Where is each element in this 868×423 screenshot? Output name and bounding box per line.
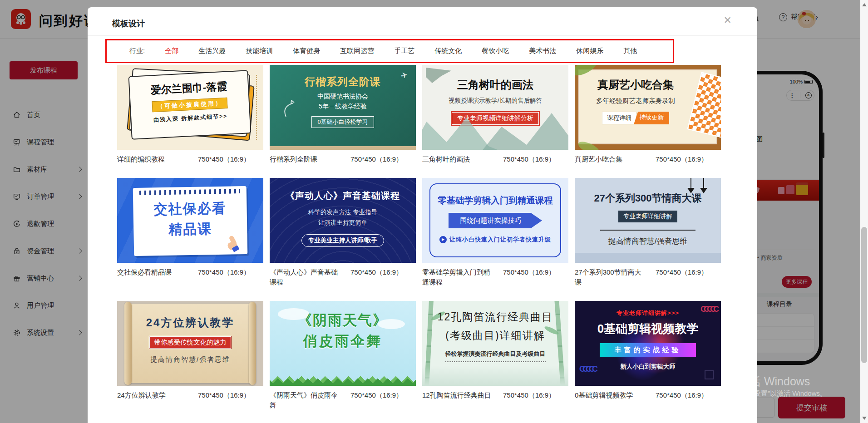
decor-divider xyxy=(600,230,695,231)
banner-title: 《声动人心》声音基础课程 xyxy=(270,190,416,202)
template-size: 750*450（16:9） xyxy=(198,267,250,277)
template-size: 750*450（16:9） xyxy=(503,154,555,164)
banner-badge: 课程详细 xyxy=(602,112,636,124)
template-thumbnail[interactable]: 爱尔兰围巾-落霞 （可做小披肩使用） 由浅入深 拆解款式细节>> xyxy=(117,65,263,150)
template-name: 详细的编织教程 xyxy=(117,154,189,164)
decor-band xyxy=(575,253,721,263)
template-grid: 爱尔兰围巾-落霞 （可做小披肩使用） 由浅入深 拆解款式细节>> 详细的编织教程… xyxy=(117,65,728,410)
filter-option[interactable]: 互联网运营 xyxy=(340,47,374,55)
banner-panel: 真厨艺小吃合集 多年经验厨艺老师亲身录制 课程详细 持续更新 xyxy=(575,65,696,150)
pointing-hand-icon xyxy=(226,236,240,251)
banner-badge: 带你感受传统文化的魅力 xyxy=(149,336,232,349)
scroll-down-arrow[interactable] xyxy=(862,417,867,420)
filter-option-all[interactable]: 全部 xyxy=(165,47,178,55)
template-name: 《阴雨天气》俏皮雨伞舞 xyxy=(270,390,341,410)
banner-line: 提高情商智慧/强者思维 xyxy=(117,355,263,364)
banner-line: 轻松掌握演奏流行经典曲目及考级曲目 xyxy=(445,350,546,362)
template-card: 24方位辨认教学 带你感受传统文化的魅力 提高情商智慧/强者思维 24方位辨认教… xyxy=(117,301,263,410)
template-card: 12孔陶笛流行经典曲目 (考级曲目)详细讲解 轻松掌握演奏流行经典曲目及考级曲目… xyxy=(422,301,568,410)
template-card: CCCCC CCCCC 专业老师详细讲解>>> 0基础剪辑视频教学 丰富的实战经… xyxy=(575,301,721,410)
template-card: 真厨艺小吃合集 多年经验厨艺老师亲身录制 课程详细 持续更新 真厨艺小吃合集75… xyxy=(575,65,721,164)
grass-decoration xyxy=(270,370,416,386)
filter-option[interactable]: 美术书法 xyxy=(529,47,556,55)
screen: 问到好课 ? 帮助中心 发布课程 首页 xyxy=(0,0,868,423)
filter-label: 行业: xyxy=(129,47,145,55)
template-size: 750*450（16:9） xyxy=(350,267,403,277)
filter-option[interactable]: 餐饮小吃 xyxy=(482,47,509,55)
template-size: 750*450（16:9） xyxy=(198,154,250,164)
filter-option[interactable]: 其他 xyxy=(623,47,637,55)
template-thumbnail[interactable]: 24方位辨认教学 带你感受传统文化的魅力 提高情商智慧/强者思维 xyxy=(117,301,263,386)
template-card: 27个系列300节情商大课 专业老师详细讲解 提高情商智慧/强者思维 27个系列… xyxy=(575,178,721,287)
template-card: 零基础学剪辑入门到精通课程 围绕问题讲实操技巧 ▶ 让纯小白快速入门让初学者快速… xyxy=(422,178,568,287)
banner-title: 真厨艺小吃合集 xyxy=(575,78,696,92)
banner-title: 《阴雨天气》 xyxy=(270,311,416,330)
modal-title: 模板设计 xyxy=(112,18,145,29)
template-thumbnail[interactable]: 零基础学剪辑入门到精通课程 围绕问题讲实操技巧 ▶ 让纯小白快速入门让初学者快速… xyxy=(422,178,568,263)
banner-title: 27个系列300节情商大课 xyxy=(575,192,721,205)
template-thumbnail[interactable]: 三角树叶的画法 视频授课演示教学/长期的售后解答 专业老师视频详细讲解分析 xyxy=(422,65,568,150)
scrollbar-thumb[interactable] xyxy=(861,227,867,363)
template-name: 零基础学剪辑入门到精通课程 xyxy=(422,267,494,287)
banner-line: 专业老师详细讲解>>> xyxy=(575,309,721,317)
template-size: 750*450（16:9） xyxy=(350,390,403,400)
template-size: 750*450（16:9） xyxy=(656,390,708,400)
template-name: 12孔陶笛流行经典曲目 xyxy=(422,390,494,400)
template-size: 750*450（16:9） xyxy=(656,267,708,277)
template-name: 交社保必看精品课 xyxy=(117,267,189,277)
banner-title: 爱尔兰围巾-落霞 xyxy=(129,78,248,98)
template-size: 750*450（16:9） xyxy=(503,390,555,400)
filter-option[interactable]: 技能培训 xyxy=(246,47,273,55)
filter-option[interactable]: 休闲娱乐 xyxy=(576,47,603,55)
template-card: 三角树叶的画法 视频授课演示教学/长期的售后解答 专业老师视频详细讲解分析 三角… xyxy=(422,65,568,164)
chalk-tray-decoration xyxy=(270,146,416,150)
template-size: 750*450（16:9） xyxy=(656,154,708,164)
template-card: 《声动人心》声音基础课程 科学的发声方法 专业指导 让演讲主持更简单 专业美业主… xyxy=(270,178,416,287)
filter-option[interactable]: 手工艺 xyxy=(394,47,414,55)
filter-option[interactable]: 生活兴趣 xyxy=(198,47,226,55)
template-name: 真厨艺小吃合集 xyxy=(575,154,646,164)
banner-badge: 0基础小白轻松学习 xyxy=(311,116,374,128)
template-name: 0基础剪辑视频教学 xyxy=(575,390,646,400)
template-thumbnail[interactable]: 《声动人心》声音基础课程 科学的发声方法 专业指导 让演讲主持更简单 专业美业主… xyxy=(270,178,416,263)
template-card: 《阴雨天气》 俏皮雨伞舞 《阴雨天气》俏皮雨伞舞750*450（16:9） xyxy=(270,301,416,410)
banner-title: (考级曲目)详细讲解 xyxy=(422,329,568,343)
template-name: 行楷系列全阶课 xyxy=(270,154,341,164)
template-thumbnail[interactable]: 交社保必看 精品课 xyxy=(117,178,263,263)
mist-decoration xyxy=(422,366,568,386)
template-thumbnail[interactable]: 12孔陶笛流行经典曲目 (考级曲目)详细讲解 轻松掌握演奏流行经典曲目及考级曲目 xyxy=(422,301,568,386)
industry-filter-row: 行业: 全部 生活兴趣 技能培训 体育健身 互联网运营 手工艺 传统文化 餐饮小… xyxy=(129,39,637,63)
banner-badge: （可做小披肩使用） xyxy=(152,98,227,113)
banner-badge: 专业老师详细讲解 xyxy=(618,211,677,222)
banner-badge: 持续更新 xyxy=(634,112,669,124)
filter-option[interactable]: 体育健身 xyxy=(293,47,320,55)
template-name: 24方位辨认教学 xyxy=(117,390,189,400)
template-card: 爱尔兰围巾-落霞 （可做小披肩使用） 由浅入深 拆解款式细节>> 详细的编织教程… xyxy=(117,65,263,164)
close-icon[interactable]: ✕ xyxy=(724,15,732,25)
decor-square xyxy=(705,370,714,379)
banner-badge: 围绕问题讲实操技巧 xyxy=(449,213,542,228)
banner-line: 由浅入深 拆解款式细节>> xyxy=(131,111,250,125)
scroll-up-arrow[interactable] xyxy=(862,3,867,6)
spiral-binding-decoration xyxy=(139,189,240,195)
page-scrollbar[interactable] xyxy=(860,0,868,423)
template-size: 750*450（16:9） xyxy=(503,267,555,277)
template-thumbnail[interactable]: ✈ 行楷系列全阶课 中国硬笔书法协会 5年一线教学经验 0基础小白轻松学习 xyxy=(270,65,416,150)
template-thumbnail[interactable]: 《阴雨天气》 俏皮雨伞舞 xyxy=(270,301,416,386)
template-name: 27个系列300节情商大课 xyxy=(575,267,646,287)
banner-badge: 专业美业主持人讲师/歌手 xyxy=(301,234,384,247)
lamp-decoration xyxy=(700,178,707,193)
filter-option[interactable]: 传统文化 xyxy=(434,47,462,55)
template-thumbnail[interactable]: CCCCC CCCCC 专业老师详细讲解>>> 0基础剪辑视频教学 丰富的实战经… xyxy=(575,301,721,386)
banner-title: 12孔陶笛流行经典曲目 xyxy=(422,310,568,324)
template-thumbnail[interactable]: 27个系列300节情商大课 专业老师详细讲解 提高情商智慧/强者思维 xyxy=(575,178,721,263)
banner-title: 24方位辨认教学 xyxy=(117,315,263,330)
template-thumbnail[interactable]: 真厨艺小吃合集 多年经验厨艺老师亲身录制 课程详细 持续更新 xyxy=(575,65,721,150)
banner-line: 多年经验厨艺老师亲身录制 xyxy=(575,97,696,105)
template-design-modal: 模板设计 ✕ 行业: 全部 生活兴趣 技能培训 体育健身 互联网运营 手工艺 传… xyxy=(88,7,757,423)
modal-header-divider xyxy=(88,35,757,36)
banner-line: 视频授课演示教学/长期的售后解答 xyxy=(422,97,568,105)
template-name: 《声动人心》声音基础课程 xyxy=(270,267,341,287)
lamp-decoration xyxy=(687,178,695,193)
banner-title: 0基础剪辑视频教学 xyxy=(575,321,721,337)
